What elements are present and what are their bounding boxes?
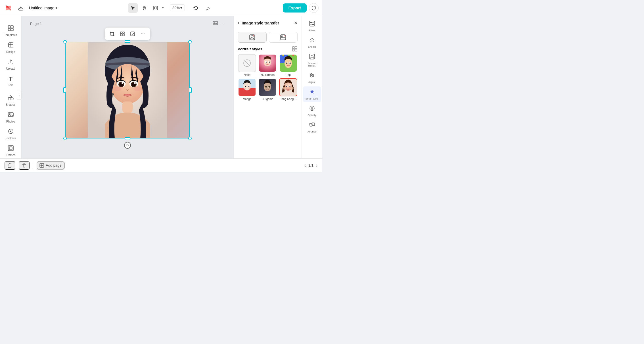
style-manga[interactable]: Manga [238, 78, 256, 101]
svg-rect-96 [312, 24, 314, 25]
panel-back-button[interactable]: ‹ [238, 20, 239, 26]
sidebar-item-photos[interactable]: Photos [1, 109, 20, 125]
zoom-value: 39% [172, 6, 180, 10]
style-3d-game[interactable]: 3D game [258, 78, 277, 101]
next-page-button[interactable]: › [316, 162, 317, 168]
svg-point-103 [310, 74, 312, 75]
style-thumb-3d-game [258, 78, 277, 96]
more-button[interactable]: ··· [138, 29, 147, 38]
sidebar-label-design: Design [6, 50, 15, 53]
right-tool-effects[interactable]: Effects [303, 35, 321, 51]
handle-top-right[interactable] [188, 40, 192, 43]
sidebar-label-upload: Upload [6, 67, 15, 70]
canvas-area[interactable]: Page 1 ··· [22, 16, 233, 158]
sidebar-item-text[interactable]: T Text [1, 73, 20, 89]
section-title-icon [292, 46, 298, 52]
undo-button[interactable] [191, 3, 200, 13]
svg-rect-5 [11, 26, 13, 28]
svg-rect-48 [292, 49, 294, 51]
layout-button[interactable] [118, 29, 127, 38]
svg-rect-9 [8, 98, 11, 100]
page-icon-more[interactable]: ··· [221, 20, 225, 27]
logo[interactable] [3, 3, 14, 13]
svg-point-10 [11, 98, 13, 100]
page-icon-image[interactable] [213, 20, 218, 27]
export-button[interactable]: Export [283, 3, 307, 13]
svg-rect-47 [295, 47, 297, 49]
svg-rect-22 [123, 34, 124, 36]
handle-middle-right[interactable] [189, 87, 192, 93]
right-tool-filters[interactable]: Filters [303, 18, 321, 34]
panel-close-button[interactable]: ✕ [294, 20, 298, 26]
style-label-3d-game: 3D game [262, 98, 273, 101]
handle-bottom-left[interactable] [63, 137, 67, 140]
handle-bottom-center[interactable] [125, 137, 130, 140]
add-page-button[interactable]: Add page [37, 161, 64, 169]
svg-point-12 [9, 113, 10, 115]
duplicate-page-button[interactable] [5, 161, 15, 170]
sidebar-item-design[interactable]: Design [1, 40, 20, 56]
handle-bottom-right[interactable] [188, 137, 192, 140]
shield-button[interactable] [309, 3, 319, 13]
svg-rect-94 [312, 22, 314, 23]
handle-middle-left[interactable] [63, 87, 66, 93]
handle-top-left[interactable] [63, 40, 67, 43]
styles-grid: None [234, 54, 302, 104]
canvas-image[interactable] [65, 42, 190, 138]
style-3d-cartoon[interactable]: 3D cartoon [258, 54, 277, 76]
style-thumb-none [238, 54, 256, 72]
style-thumb-manga [238, 78, 256, 96]
style-label-hong-kong: Hong Kong ... [279, 98, 297, 101]
sidebar-label-templates: Templates [4, 34, 17, 37]
sidebar-item-frames[interactable]: Frames [1, 143, 20, 158]
svg-rect-17 [213, 21, 218, 25]
svg-rect-23 [131, 32, 135, 36]
handle-top-center[interactable] [125, 40, 130, 43]
rotate-handle[interactable]: ↻ [124, 142, 131, 149]
style-hong-kong[interactable]: Hong Kong ... [279, 78, 298, 101]
sidebar-item-stickers[interactable]: Stickers [1, 126, 20, 142]
hand-tool-button[interactable] [139, 3, 149, 13]
delete-page-button[interactable] [19, 161, 30, 170]
left-sidebar: Templates Design Upload T [0, 16, 22, 158]
svg-rect-20 [123, 32, 124, 34]
topbar-tools: ▾ 39% ▾ [128, 3, 212, 13]
svg-rect-6 [8, 28, 11, 31]
right-tool-remove-bg[interactable]: Remove backgr... [303, 51, 321, 69]
canvas-frame[interactable]: ··· [65, 42, 190, 138]
bottom-divider [33, 162, 33, 169]
prev-page-button[interactable]: ‹ [304, 162, 306, 168]
cloud-save-button[interactable] [16, 3, 26, 13]
panel-tab-scene[interactable] [269, 32, 298, 43]
style-pop[interactable]: Pop [279, 54, 298, 76]
svg-point-104 [312, 75, 313, 76]
svg-rect-4 [8, 26, 11, 28]
right-tool-arrange[interactable]: Arrange [303, 119, 321, 135]
redo-button[interactable] [202, 3, 212, 13]
frame-tool-dropdown[interactable]: ▾ [162, 6, 164, 10]
svg-rect-65 [282, 55, 284, 56]
panel-header: ‹ Image style transfer ✕ [234, 16, 302, 29]
style-thumb-hong-kong [279, 78, 297, 96]
sidebar-item-upload[interactable]: Upload [1, 56, 20, 72]
sidebar-collapse-button[interactable]: › [17, 91, 22, 100]
right-tool-smart[interactable]: Smart tools [303, 86, 321, 102]
svg-rect-44 [281, 35, 286, 40]
panel-tabs [234, 29, 302, 43]
right-tool-opacity[interactable]: Opacity [303, 103, 321, 119]
svg-rect-8 [9, 43, 13, 47]
panel-tab-portrait[interactable] [238, 32, 267, 43]
svg-point-72 [245, 86, 246, 87]
replace-button[interactable] [128, 29, 137, 38]
style-none[interactable]: None [238, 54, 256, 76]
right-tool-adjust[interactable]: Adjust [303, 70, 321, 86]
zoom-control[interactable]: 39% ▾ [170, 4, 185, 11]
svg-point-36 [134, 82, 136, 84]
crop-button[interactable] [108, 29, 117, 38]
title-area[interactable]: Untitled image ▾ [29, 6, 57, 10]
sidebar-item-templates[interactable]: Templates [1, 23, 20, 39]
svg-point-38 [133, 86, 141, 91]
select-tool-button[interactable] [128, 3, 138, 13]
frame-tool-button[interactable] [151, 3, 160, 13]
style-label-pop: Pop [286, 73, 291, 76]
